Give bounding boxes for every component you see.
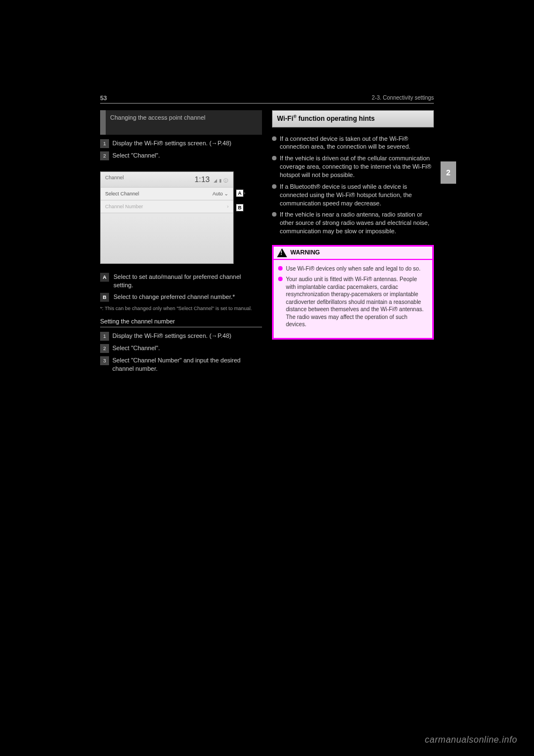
step-text: Display the Wi-Fi® settings screen. (→P.…	[112, 332, 231, 341]
callout-marker-a: A	[236, 189, 244, 197]
step-item: 2 Select "Channel".	[100, 150, 262, 163]
screenshot-status-icons: ◢ ▮ ⓘ	[214, 178, 229, 183]
chapter-tab: 2	[441, 161, 456, 184]
bullet-icon	[272, 184, 276, 189]
channel-number-row[interactable]: Channel Number ›	[101, 200, 233, 213]
legend-marker-b: B	[100, 293, 109, 302]
screenshot-empty-area	[101, 213, 233, 263]
select-channel-label: Select Channel	[105, 190, 139, 197]
hints-list: If a connected device is taken out of th…	[272, 133, 434, 237]
callout-marker-b: B	[236, 204, 244, 212]
warning-header: WARNING	[274, 247, 432, 260]
warning-bullet-icon	[278, 266, 283, 271]
screenshot-titlebar: Channel 1:13 ◢ ▮ ⓘ	[101, 172, 233, 188]
step-number-icon: 2	[100, 344, 109, 353]
hint-item: If a Bluetooth® device is used while a d…	[272, 181, 434, 209]
chevron-down-icon: ⌄	[224, 191, 229, 197]
warning-box: WARNING Use Wi-Fi® devices only when saf…	[272, 245, 434, 340]
section-title: Wi-Fi® function operating hints	[277, 115, 375, 122]
page-header: 53 2-3. Connectivity settings	[100, 95, 434, 104]
hint-item: If the vehicle is near a radio antenna, …	[272, 209, 434, 237]
step-text: Select "Channel".	[112, 344, 160, 353]
step-number-icon: 1	[100, 332, 109, 341]
legend-item: A Select to set auto/manual for preferre…	[100, 273, 262, 289]
warning-item: Use Wi-Fi® devices only when safe and le…	[278, 263, 428, 274]
bullet-icon	[272, 156, 276, 160]
warning-bullet-icon	[278, 277, 283, 281]
hint-text: If a connected device is taken out of th…	[280, 135, 434, 151]
right-column: Wi-Fi® function operating hints If a con…	[272, 110, 434, 381]
screenshot-clock: 1:13	[195, 175, 210, 184]
hint-item: If the vehicle is driven out of the cell…	[272, 153, 434, 181]
select-channel-row[interactable]: Select Channel Auto ⌄	[101, 188, 233, 200]
warning-body: Use Wi-Fi® devices only when safe and le…	[274, 260, 432, 338]
step-text: Select "Channel".	[112, 151, 160, 160]
warning-text: Use Wi-Fi® devices only when safe and le…	[286, 265, 421, 273]
watermark: carmanualsonline.info	[425, 735, 517, 745]
select-channel-value: Auto	[212, 191, 223, 197]
bullet-icon	[272, 136, 276, 141]
channel-number-label: Channel Number	[105, 203, 143, 210]
subsection-title-bar: Changing the access point channel	[100, 110, 262, 135]
step-text: Select "Channel Number" and input the de…	[112, 356, 262, 373]
warning-item: Your audio unit is fitted with Wi-Fi® an…	[278, 274, 428, 330]
step-number-icon: 3	[100, 356, 109, 365]
step-number-icon: 1	[100, 139, 109, 148]
step-item: 2 Select "Channel".	[100, 343, 262, 355]
steps-list-1: 1 Display the Wi-Fi® settings screen. (→…	[100, 138, 262, 163]
page-number: 53	[100, 95, 107, 101]
section-title-box: Wi-Fi® function operating hints	[272, 110, 434, 127]
hint-item: If a connected device is taken out of th…	[272, 133, 434, 153]
section-path: 2-3. Connectivity settings	[372, 95, 434, 101]
callout-arrow-icon: ›	[244, 190, 245, 197]
warning-text: Your audio unit is fitted with Wi-Fi® an…	[286, 276, 428, 328]
legend-item: B Select to change preferred channel num…	[100, 293, 262, 302]
embedded-ui-screenshot: Channel 1:13 ◢ ▮ ⓘ Select Channel Auto ⌄	[100, 171, 234, 264]
screenshot-title: Channel	[105, 174, 124, 185]
manual-page: 53 2-3. Connectivity settings 2 Changing…	[100, 95, 434, 381]
step-item: 3 Select "Channel Number" and input the …	[100, 355, 262, 375]
step-item: 1 Display the Wi-Fi® settings screen. (→…	[100, 138, 262, 150]
legend-marker-a: A	[100, 273, 109, 282]
two-column-layout: Changing the access point channel 1 Disp…	[100, 110, 434, 381]
subheading: Setting the channel number	[100, 317, 262, 327]
step-item: 1 Display the Wi-Fi® settings screen. (→…	[100, 331, 262, 343]
warning-triangle-icon	[277, 248, 287, 257]
warning-label: WARNING	[290, 248, 320, 257]
legend-text: Select to change preferred channel numbe…	[113, 293, 235, 302]
step-number-icon: 2	[100, 151, 109, 160]
legend-text: Select to set auto/manual for preferred …	[113, 273, 262, 289]
step-text: Display the Wi-Fi® settings screen. (→P.…	[112, 139, 231, 148]
hint-text: If a Bluetooth® device is used while a d…	[280, 183, 434, 208]
legend-footnote: *: This can be changed only when "Select…	[100, 305, 262, 312]
hint-text: If the vehicle is near a radio antenna, …	[280, 210, 434, 235]
left-column: Changing the access point channel 1 Disp…	[100, 110, 262, 381]
subsection-title: Changing the access point channel	[110, 114, 205, 121]
steps-list-2: 1 Display the Wi-Fi® settings screen. (→…	[100, 331, 262, 375]
bullet-icon	[272, 212, 276, 217]
hint-text: If the vehicle is driven out of the cell…	[280, 154, 434, 179]
chevron-right-icon: ›	[227, 203, 229, 210]
